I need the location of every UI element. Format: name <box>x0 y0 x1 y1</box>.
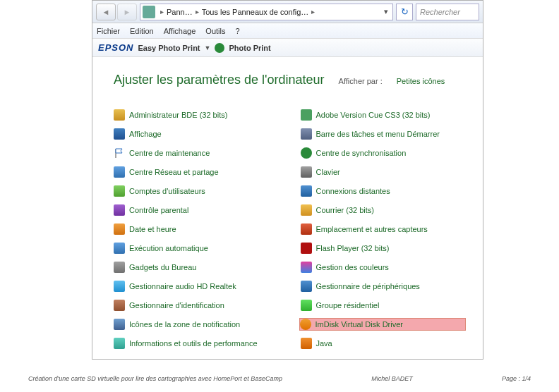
photo-print-button[interactable]: Photo Print <box>229 44 270 52</box>
control-panel-item-label: Contrôle parental <box>129 206 188 214</box>
control-panel-item-label: Connexions distantes <box>316 187 390 195</box>
control-panel-icon <box>143 6 155 18</box>
control-panel-item[interactable]: Gestionnaire de périphériques <box>301 280 467 293</box>
control-panel-item[interactable]: Comptes d'utilisateurs <box>114 185 280 197</box>
snd-icon <box>114 281 125 292</box>
control-panel-item[interactable]: Gestionnaire audio HD Realtek <box>114 280 280 293</box>
loc-icon <box>301 223 312 235</box>
control-panel-item[interactable]: Exécution automatique <box>114 242 280 255</box>
control-panel-item-label: Adobe Version Cue CS3 (32 bits) <box>316 111 431 119</box>
java-icon <box>301 338 312 349</box>
heading-row: Ajuster les paramètres de l'ordinateur A… <box>114 73 466 87</box>
footer-page: Page : 1/4 <box>502 375 531 382</box>
control-panel-item[interactable]: Administrateur BDE (32 bits) <box>114 109 280 121</box>
chevron-right-icon: ▸ <box>308 8 318 16</box>
control-panel-item[interactable]: Contrôle parental <box>114 204 280 216</box>
control-panel-item[interactable]: Flash Player (32 bits) <box>301 242 467 255</box>
control-panel-item-label: Courrier (32 bits) <box>316 206 375 214</box>
control-panel-item-label: Centre Réseau et partage <box>129 168 219 176</box>
chevron-down-icon[interactable]: ▾ <box>380 7 392 16</box>
home-icon <box>301 300 312 311</box>
control-panel-item[interactable]: Connexions distantes <box>301 185 467 197</box>
control-panel-item[interactable]: ImDisk Virtual Disk Driver <box>299 318 467 331</box>
control-panel-item[interactable]: Affichage <box>114 128 280 140</box>
breadcrumb[interactable]: ▸ Pann… ▸ Tous les Panneaux de config… ▸… <box>140 4 393 20</box>
mail-icon <box>301 204 312 216</box>
control-panel-item[interactable]: Gadgets du Bureau <box>114 261 280 274</box>
refresh-button[interactable]: ↻ <box>396 4 413 20</box>
epson-logo: EPSON <box>98 42 134 53</box>
control-panel-item-label: Gestionnaire de périphériques <box>316 282 420 290</box>
photo-print-icon <box>215 43 224 53</box>
menu-help[interactable]: ? <box>235 27 239 35</box>
nav-buttons: ◄ ► <box>96 4 137 20</box>
control-panel-item-label: Icônes de la zone de notification <box>129 320 240 329</box>
gad-icon <box>114 262 125 273</box>
control-panel-item[interactable]: Groupe résidentiel <box>301 299 467 312</box>
color-icon <box>301 262 312 273</box>
control-panel-item-label: Flash Player (32 bits) <box>316 244 390 252</box>
footer-author: Michel BADET <box>371 375 413 382</box>
control-panel-item[interactable]: Courrier (32 bits) <box>301 204 467 216</box>
chevron-right-icon: ▸ <box>193 8 202 16</box>
control-panel-item-label: Centre de synchronisation <box>316 149 407 157</box>
control-panel-item-label: Exécution automatique <box>129 244 208 252</box>
control-panel-item[interactable]: Adobe Version Cue CS3 (32 bits) <box>301 109 467 121</box>
control-panel-item-label: Date et heure <box>129 225 176 233</box>
control-panel-item-label: Emplacement et autres capteurs <box>316 225 428 233</box>
window-frame: ◄ ► ▸ Pann… ▸ Tous les Panneaux de confi… <box>92 0 483 360</box>
easy-photo-print-button[interactable]: Easy Photo Print <box>138 44 200 52</box>
control-panel-item-label: Gestionnaire audio HD Realtek <box>129 282 236 290</box>
view-by-dropdown[interactable]: Petites icônes <box>397 77 445 85</box>
control-panel-item-label: Clavier <box>316 168 340 176</box>
control-panel-item-label: ImDisk Virtual Disk Driver <box>315 320 403 329</box>
column-left: Administrateur BDE (32 bits)AffichageCen… <box>114 109 280 350</box>
search-input[interactable]: Rechercher <box>416 4 479 20</box>
control-panel-item[interactable]: Informations et outils de performance <box>114 337 280 350</box>
dropdown-arrow-icon[interactable]: ▼ <box>205 44 211 51</box>
view-by-label: Afficher par : <box>339 77 383 85</box>
control-panel-item[interactable]: Centre Réseau et partage <box>114 166 280 178</box>
control-panel-item[interactable]: Gestionnaire d'identification <box>114 299 280 312</box>
document-footer: Création d'une carte SD virtuelle pour l… <box>28 375 531 382</box>
control-panel-item-label: Gadgets du Bureau <box>129 263 196 271</box>
back-button[interactable]: ◄ <box>96 4 116 20</box>
breadcrumb-item[interactable]: Pann… <box>167 8 193 16</box>
breadcrumb-item[interactable]: Tous les Panneaux de config… <box>202 8 309 16</box>
aff-icon <box>114 128 125 140</box>
content-area: Ajuster les paramètres de l'ordinateur A… <box>92 57 483 357</box>
menu-bar: Fichier Edition Affichage Outils ? <box>92 23 483 39</box>
menu-file[interactable]: Fichier <box>97 27 120 35</box>
control-panel-item[interactable]: Java <box>301 337 467 350</box>
control-panel-item[interactable]: Barre des tâches et menu Démarrer <box>301 128 467 140</box>
adobe-icon <box>301 109 312 121</box>
control-panel-item-label: Administrateur BDE (32 bits) <box>129 111 227 119</box>
footer-title: Création d'une carte SD virtuelle pour l… <box>28 375 282 382</box>
control-panel-item-label: Barre des tâches et menu Démarrer <box>316 130 440 138</box>
control-panel-item[interactable]: Icônes de la zone de notification <box>114 318 280 331</box>
control-panel-grid: Administrateur BDE (32 bits)AffichageCen… <box>114 109 466 350</box>
menu-edit[interactable]: Edition <box>130 27 154 35</box>
forward-button: ► <box>117 4 137 20</box>
rdp-icon <box>301 185 312 197</box>
control-panel-item[interactable]: Centre de maintenance <box>114 147 280 159</box>
control-panel-item[interactable]: Clavier <box>301 166 467 178</box>
control-panel-item-label: Comptes d'utilisateurs <box>129 187 205 195</box>
control-panel-item-label: Gestion des couleurs <box>316 263 389 271</box>
menu-tools[interactable]: Outils <box>205 27 225 35</box>
control-panel-item[interactable]: Gestion des couleurs <box>301 261 467 274</box>
control-panel-item[interactable]: Emplacement et autres capteurs <box>301 223 467 235</box>
menu-view[interactable]: Affichage <box>164 27 196 35</box>
tray-icon <box>114 319 125 330</box>
control-panel-item[interactable]: Date et heure <box>114 223 280 235</box>
dev-icon <box>301 281 312 292</box>
bde-icon <box>114 109 125 121</box>
control-panel-item-label: Informations et outils de performance <box>129 339 258 348</box>
control-panel-item-label: Java <box>316 339 332 348</box>
flash-icon <box>301 243 312 254</box>
control-panel-item-label: Gestionnaire d'identification <box>129 301 224 310</box>
epson-toolbar: EPSON Easy Photo Print ▼ Photo Print <box>92 39 483 57</box>
control-panel-item[interactable]: Centre de synchronisation <box>301 147 467 159</box>
control-panel-item-label: Groupe résidentiel <box>316 301 380 310</box>
imdisk-icon <box>300 319 311 330</box>
